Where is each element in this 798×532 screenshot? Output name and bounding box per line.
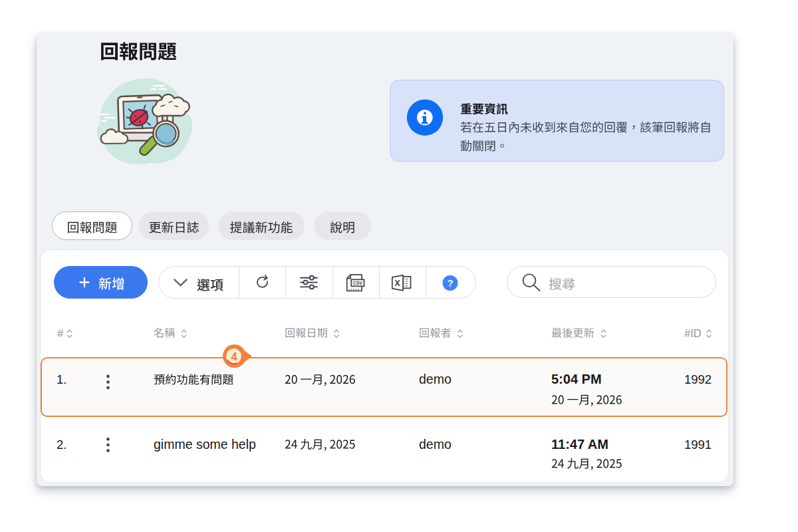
svg-text:gimme some help: gimme some help: [154, 437, 256, 452]
svg-text:11:47 AM: 11:47 AM: [551, 437, 608, 452]
svg-text:#: #: [57, 327, 64, 339]
svg-text:X: X: [394, 278, 400, 288]
svg-text:demo: demo: [419, 437, 452, 452]
svg-text:1.: 1.: [57, 372, 66, 386]
svg-text:?: ?: [447, 277, 453, 289]
svg-text:4: 4: [231, 350, 237, 362]
svg-text:2.: 2.: [57, 438, 66, 452]
svg-text:CSV: CSV: [353, 281, 363, 285]
svg-text:demo: demo: [419, 372, 452, 386]
svg-text:#ID: #ID: [684, 327, 702, 339]
svg-text:1992: 1992: [684, 372, 712, 386]
svg-text:5:04 PM: 5:04 PM: [551, 372, 602, 386]
svg-text:1991: 1991: [684, 438, 712, 452]
